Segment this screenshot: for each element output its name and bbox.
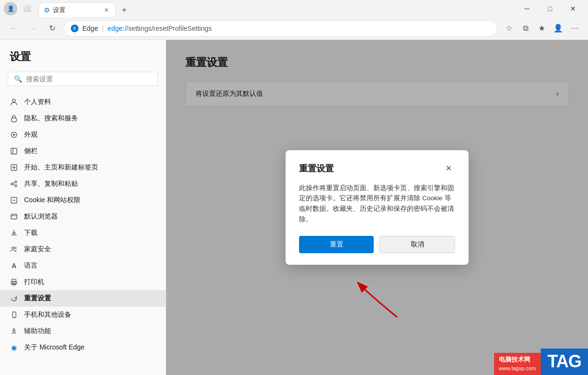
sidebar-item-accessibility[interactable]: 辅助功能 <box>0 323 166 339</box>
back-button[interactable]: ← <box>6 21 21 36</box>
svg-point-9 <box>15 185 17 187</box>
modal-overlay: 重置设置 ✕ 此操作将重置启动页面、新选项卡页、搜索引擎和固定的选项卡。它还将禁… <box>166 40 588 375</box>
sidebar-item-mobile[interactable]: 手机和其他设备 <box>0 307 166 323</box>
sidebar-nav-icon <box>10 147 18 155</box>
profile-sync-button[interactable]: 👤 <box>550 21 566 36</box>
sidebar-item-default-browser-label: 默认浏览器 <box>24 212 58 221</box>
sidebar-item-language[interactable]: A 语言 <box>0 258 166 274</box>
reset-dialog: 重置设置 ✕ 此操作将重置启动页面、新选项卡页、搜索引擎和固定的选项卡。它还将禁… <box>286 150 469 265</box>
dialog-header: 重置设置 ✕ <box>299 162 455 175</box>
svg-line-10 <box>13 182 15 183</box>
svg-point-21 <box>14 316 14 317</box>
dialog-body: 此操作将重置启动页面、新选项卡页、搜索引擎和固定的选项卡。它还将禁用所有扩展并清… <box>299 183 455 224</box>
more-button[interactable]: ⋯ <box>567 21 582 36</box>
sidebar-item-sidebar[interactable]: 侧栏 <box>0 143 166 159</box>
address-url: edge://settings/resetProfileSettings <box>107 25 211 32</box>
dialog-close-button[interactable]: ✕ <box>442 162 455 175</box>
split-screen-button[interactable]: ⧉ <box>518 21 533 36</box>
close-button[interactable]: ✕ <box>562 0 584 17</box>
sidebar-item-cookies[interactable]: Cookie 和网站权限 <box>0 192 166 208</box>
reset-nav-icon <box>10 294 18 303</box>
tab-list-button[interactable]: ⬜ <box>19 1 35 16</box>
search-input[interactable] <box>26 75 152 83</box>
tab-close-button[interactable]: ✕ <box>103 6 110 14</box>
window-controls: ─ □ ✕ <box>516 0 584 17</box>
tab-strip: ⚙ 设置 ✕ + <box>39 0 516 17</box>
dialog-title: 重置设置 <box>299 163 334 174</box>
sidebar-item-accessibility-label: 辅助功能 <box>24 327 51 336</box>
address-bar[interactable]: e Edge | edge://settings/resetProfileSet… <box>64 20 497 37</box>
watermark-tag: TAG <box>541 349 588 375</box>
cancel-button[interactable]: 取消 <box>379 236 455 253</box>
family-nav-icon <box>10 245 18 254</box>
address-separator: | <box>102 25 104 32</box>
sidebar-item-cookies-label: Cookie 和网站权限 <box>24 196 80 205</box>
search-box[interactable]: 🔍 <box>8 72 158 86</box>
about-nav-icon: ◉ <box>10 343 18 352</box>
sidebar-item-mobile-label: 手机和其他设备 <box>24 310 71 319</box>
sidebar-item-privacy[interactable]: 隐私、搜索和服务 <box>0 110 166 127</box>
svg-rect-14 <box>11 214 17 219</box>
svg-line-11 <box>13 184 15 185</box>
search-icon: 🔍 <box>14 75 22 83</box>
minimize-button[interactable]: ─ <box>516 0 538 17</box>
sidebar-item-language-label: 语言 <box>24 261 38 270</box>
default-browser-nav-icon <box>10 212 18 221</box>
mobile-nav-icon <box>10 310 18 319</box>
dialog-actions: 重置 取消 <box>299 236 455 253</box>
sidebar-item-appearance-label: 外观 <box>24 130 38 139</box>
svg-point-15 <box>12 247 14 249</box>
maximize-button[interactable]: □ <box>539 0 561 17</box>
settings-tab[interactable]: ⚙ 设置 ✕ <box>39 2 116 17</box>
sidebar-item-default-browser[interactable]: 默认浏览器 <box>0 208 166 225</box>
sidebar-item-startup[interactable]: 开始、主页和新建标签页 <box>0 159 166 176</box>
watermark: 电脑技术网 www.tagxp.com TAG <box>494 349 588 375</box>
printing-nav-icon <box>10 278 18 286</box>
share-nav-icon <box>10 180 18 188</box>
settings-tab-title: 设置 <box>53 6 65 14</box>
sidebar-item-share[interactable]: 共享、复制和粘贴 <box>0 176 166 192</box>
svg-point-16 <box>14 247 16 249</box>
sidebar-item-privacy-label: 隐私、搜索和服务 <box>24 114 78 123</box>
sidebar-item-share-label: 共享、复制和粘贴 <box>24 180 78 188</box>
favorites-button[interactable]: ☆ <box>501 21 517 36</box>
sidebar-item-startup-label: 开始、主页和新建标签页 <box>24 163 98 172</box>
sidebar-item-about-label: 关于 Microsoft Edge <box>24 343 84 352</box>
profile-button[interactable]: 👤 <box>4 2 17 15</box>
new-tab-button[interactable]: + <box>118 3 131 17</box>
navbar: ← → ↻ e Edge | edge://settings/resetProf… <box>0 17 588 40</box>
settings-tab-icon: ⚙ <box>44 6 50 14</box>
edge-logo-icon: e <box>71 25 78 32</box>
sidebar-item-profile[interactable]: 个人资料 <box>0 94 166 110</box>
accessibility-nav-icon <box>10 327 18 336</box>
profile-avatar-icon: 👤 <box>7 5 14 12</box>
appearance-nav-icon <box>10 130 18 139</box>
downloads-nav-icon <box>10 229 18 237</box>
cookies-nav-icon <box>10 196 18 205</box>
svg-rect-17 <box>12 279 16 282</box>
confirm-reset-button[interactable]: 重置 <box>299 236 374 253</box>
collections-button[interactable]: ★ <box>534 21 549 36</box>
titlebar: 👤 ⬜ ⚙ 设置 ✕ + ─ □ ✕ <box>0 0 588 17</box>
sidebar-item-downloads[interactable]: 下载 <box>0 225 166 241</box>
forward-button[interactable]: → <box>25 21 40 36</box>
arrow-annotation <box>344 274 402 322</box>
content-area: 重置设置 将设置还原为其默认值 › 重置设置 ✕ 此操作将重置启动页面、新选项卡… <box>166 40 588 375</box>
address-brand: Edge <box>82 25 98 32</box>
sidebar-item-reset[interactable]: 重置设置 <box>0 290 166 307</box>
sidebar-item-appearance[interactable]: 外观 <box>0 127 166 143</box>
main-layout: 设置 🔍 个人资料 隐私、搜索和服务 外观 侧栏 <box>0 40 588 375</box>
sidebar-item-printing[interactable]: 打印机 <box>0 274 166 290</box>
svg-point-7 <box>15 181 17 183</box>
sidebar-item-downloads-label: 下载 <box>24 229 38 237</box>
language-nav-icon: A <box>10 261 18 270</box>
svg-point-22 <box>13 328 15 330</box>
sidebar-item-family[interactable]: 家庭安全 <box>0 241 166 258</box>
sidebar-item-about[interactable]: ◉ 关于 Microsoft Edge <box>0 339 166 356</box>
nav-right-buttons: ☆ ⧉ ★ 👤 ⋯ <box>501 21 582 36</box>
watermark-text: 电脑技术网 www.tagxp.com <box>494 353 541 375</box>
titlebar-left: 👤 ⬜ <box>4 1 35 16</box>
refresh-button[interactable]: ↻ <box>44 21 60 36</box>
svg-point-8 <box>11 183 13 185</box>
sidebar-item-profile-label: 个人资料 <box>24 98 51 106</box>
